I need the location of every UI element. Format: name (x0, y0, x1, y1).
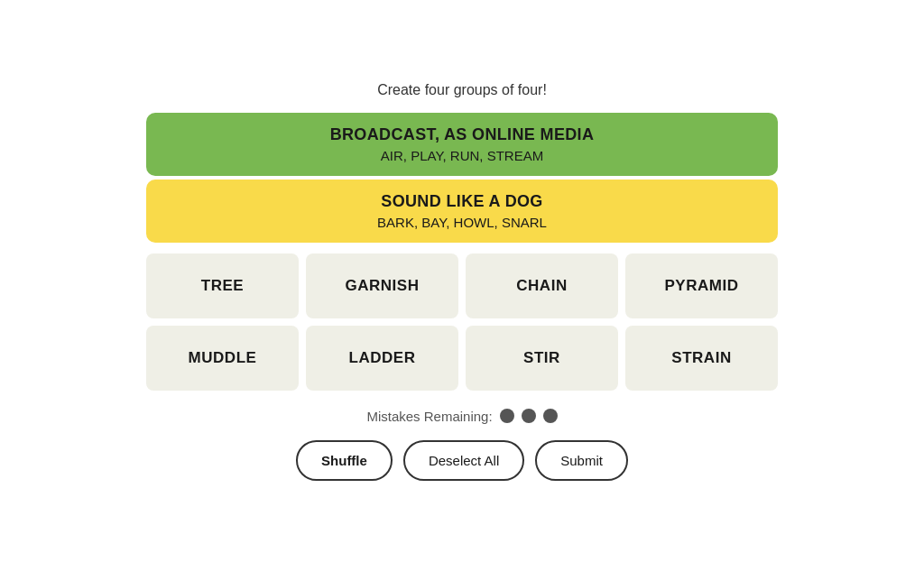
submit-button[interactable]: Submit (535, 440, 628, 481)
word-text-ladder: LADDER (349, 349, 416, 367)
word-cell-stir[interactable]: STIR (466, 326, 618, 391)
word-text-chain: CHAIN (516, 277, 567, 295)
mistake-dot-1 (500, 409, 514, 423)
mistake-dot-3 (543, 409, 558, 423)
deselect-all-button[interactable]: Deselect All (403, 440, 524, 481)
word-cell-chain[interactable]: CHAIN (466, 253, 618, 318)
yellow-group-card: SOUND LIKE A DOG BARK, BAY, HOWL, SNARL (146, 180, 778, 243)
word-cell-muddle[interactable]: MUDDLE (146, 326, 299, 391)
word-cell-strain[interactable]: STRAIN (625, 326, 778, 391)
mistakes-row: Mistakes Remaining: (366, 409, 557, 424)
word-text-tree: TREE (201, 277, 244, 295)
green-group-card: BROADCAST, AS ONLINE MEDIA AIR, PLAY, RU… (146, 113, 778, 176)
yellow-group-title: SOUND LIKE A DOG (164, 192, 760, 211)
word-cell-garnish[interactable]: GARNISH (306, 253, 458, 318)
word-text-muddle: MUDDLE (189, 349, 257, 367)
yellow-group-words: BARK, BAY, HOWL, SNARL (164, 215, 760, 230)
word-cell-pyramid[interactable]: PYRAMID (625, 253, 778, 318)
word-text-garnish: GARNISH (346, 277, 420, 295)
word-text-pyramid: PYRAMID (665, 277, 739, 295)
mistake-dot-2 (522, 409, 536, 423)
green-group-title: BROADCAST, AS ONLINE MEDIA (164, 125, 760, 144)
subtitle: Create four groups of four! (377, 82, 547, 98)
buttons-row: Shuffle Deselect All Submit (296, 440, 628, 481)
green-group-words: AIR, PLAY, RUN, STREAM (164, 148, 760, 163)
shuffle-button[interactable]: Shuffle (296, 440, 393, 481)
solved-groups: BROADCAST, AS ONLINE MEDIA AIR, PLAY, RU… (146, 113, 778, 243)
word-cell-tree[interactable]: TREE (146, 253, 299, 318)
word-text-strain: STRAIN (671, 349, 731, 367)
game-container: Create four groups of four! BROADCAST, A… (146, 82, 778, 481)
mistakes-label: Mistakes Remaining: (366, 409, 492, 424)
word-cell-ladder[interactable]: LADDER (306, 326, 458, 391)
word-grid: TREEGARNISHCHAINPYRAMIDMUDDLELADDERSTIRS… (146, 253, 778, 391)
word-text-stir: STIR (523, 349, 560, 367)
